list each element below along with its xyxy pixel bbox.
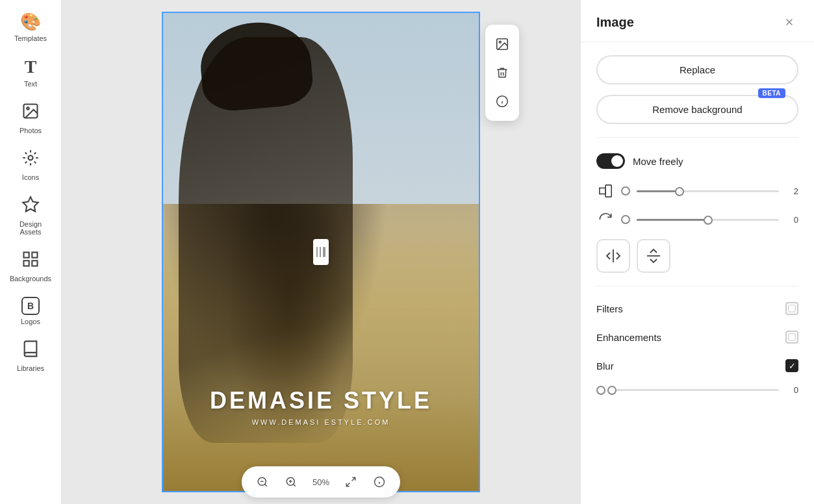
blur-checkbox[interactable]: ✓: [785, 359, 798, 372]
slider-rotation-row: 0: [596, 210, 798, 229]
svg-rect-7: [32, 260, 37, 266]
slider2-track[interactable]: [637, 219, 779, 221]
sidebar-item-label-icons: Icons: [22, 173, 39, 181]
enhancements-checkbox[interactable]: [785, 331, 798, 344]
blur-slider-row: 0: [596, 385, 798, 395]
blur-row[interactable]: Blur ✓: [596, 357, 798, 375]
panel-close-button[interactable]: [780, 13, 798, 31]
delete-btn[interactable]: [489, 60, 515, 86]
svg-marker-3: [23, 197, 38, 211]
slider2-value: 0: [785, 215, 798, 225]
backgrounds-icon: [21, 250, 40, 272]
slider1-track[interactable]: [637, 190, 779, 192]
beta-badge: BETA: [758, 88, 785, 98]
sidebar-item-label-design-assets: Design Assets: [8, 220, 53, 236]
slider1-thumb[interactable]: [675, 187, 684, 196]
filters-row[interactable]: Filters: [596, 299, 798, 318]
rotation-icon: [596, 210, 615, 229]
remove-bg-wrap: BETA Remove background: [596, 95, 798, 124]
divider-1: [596, 137, 798, 138]
libraries-icon: [21, 340, 40, 362]
zoom-level: 50%: [309, 477, 333, 487]
panel-title: Image: [596, 15, 634, 30]
blur-label: Blur: [596, 360, 614, 372]
sidebar-item-photos[interactable]: Photos: [5, 95, 57, 140]
design-canvas[interactable]: DEMASIE STYLE WWW.DEMASI ESTYLE.COM: [162, 12, 480, 492]
flip-horizontal-button[interactable]: [596, 239, 630, 273]
sidebar-item-libraries[interactable]: Libraries: [5, 333, 57, 377]
canvas-title: DEMASIE STYLE: [163, 387, 479, 414]
icons-icon: [21, 149, 40, 171]
blur-slider-track[interactable]: [612, 389, 779, 391]
divider-2: [596, 286, 798, 286]
svg-rect-4: [24, 253, 29, 258]
sidebar-item-icons[interactable]: Icons: [5, 142, 57, 186]
floating-toolbar: [485, 25, 519, 121]
svg-rect-27: [600, 188, 605, 194]
sidebar-item-label-photos: Photos: [19, 127, 42, 134]
expand-button[interactable]: [340, 472, 361, 492]
svg-point-1: [27, 107, 29, 110]
sidebar-item-logos[interactable]: B Logos: [5, 290, 57, 331]
enhancements-row[interactable]: Enhancements: [596, 328, 798, 346]
slider1-circle: [621, 186, 630, 195]
size-icon: [596, 182, 615, 200]
remove-background-button[interactable]: Remove background: [596, 95, 798, 124]
info-canvas-btn[interactable]: [369, 472, 390, 492]
svg-line-19: [293, 484, 295, 486]
right-panel: Image Replace BETA Remove background Mov…: [580, 0, 814, 504]
slider1-value: 2: [785, 186, 798, 196]
svg-rect-28: [605, 185, 611, 197]
svg-rect-32: [789, 334, 796, 341]
sidebar-item-design-assets[interactable]: Design Assets: [5, 189, 57, 241]
sidebar-item-label-text: Text: [24, 80, 37, 88]
sidebar-item-label-libraries: Libraries: [17, 364, 44, 372]
slider1-fill: [637, 190, 680, 192]
sidebar-item-text[interactable]: T Text: [5, 50, 57, 93]
canvas-text-area: DEMASIE STYLE WWW.DEMASI ESTYLE.COM: [163, 387, 479, 426]
move-freely-toggle[interactable]: [596, 153, 625, 169]
filters-label: Filters: [596, 303, 623, 314]
canvas-area: DEMASIE STYLE WWW.DEMASI ESTYLE.COM: [62, 0, 580, 504]
filters-checkbox[interactable]: [785, 302, 798, 315]
photos-icon: [21, 102, 40, 124]
slider2-circle: [621, 215, 630, 224]
slider2-thumb[interactable]: [704, 216, 713, 225]
blur-slider-circle: [596, 386, 605, 395]
svg-line-15: [264, 484, 266, 486]
panel-header: Image: [581, 0, 814, 42]
sidebar-item-templates[interactable]: 🎨 Templates: [5, 5, 57, 47]
canvas-container: DEMASIE STYLE WWW.DEMASI ESTYLE.COM: [162, 12, 480, 492]
sidebar-item-backgrounds[interactable]: Backgrounds: [5, 244, 57, 288]
svg-rect-5: [32, 253, 37, 258]
templates-icon: 🎨: [20, 12, 41, 32]
zoom-out-button[interactable]: [252, 472, 273, 492]
svg-rect-6: [24, 260, 29, 266]
image-replace-btn[interactable]: [489, 31, 515, 57]
sidebar-item-label-templates: Templates: [14, 34, 47, 42]
logos-icon: B: [21, 297, 40, 315]
blur-slider-thumb[interactable]: [607, 386, 617, 395]
split-handle[interactable]: [313, 239, 329, 265]
svg-point-9: [499, 41, 501, 43]
svg-rect-31: [789, 305, 796, 312]
sidebar: 🎨 Templates T Text Photos Icons Design A…: [0, 0, 62, 504]
panel-body: Replace BETA Remove background Move free…: [581, 42, 814, 408]
replace-button[interactable]: Replace: [596, 55, 798, 84]
zoom-in-button[interactable]: [281, 472, 301, 492]
enhancements-label: Enhancements: [596, 332, 661, 343]
info-btn[interactable]: [489, 88, 515, 114]
slider2-fill: [637, 219, 708, 221]
flip-vertical-button[interactable]: [637, 239, 670, 273]
sidebar-item-label-logos: Logos: [21, 318, 40, 325]
svg-line-21: [346, 483, 350, 486]
canvas-subtitle: WWW.DEMASI ESTYLE.COM: [163, 418, 479, 426]
svg-line-20: [352, 477, 355, 481]
text-icon: T: [25, 57, 37, 77]
flip-row: [596, 239, 798, 273]
move-freely-label: Move freely: [633, 156, 683, 167]
sidebar-item-label-backgrounds: Backgrounds: [10, 275, 51, 283]
bottom-toolbar: 50%: [242, 466, 400, 498]
move-freely-row: Move freely: [596, 151, 798, 171]
design-assets-icon: [21, 195, 40, 218]
